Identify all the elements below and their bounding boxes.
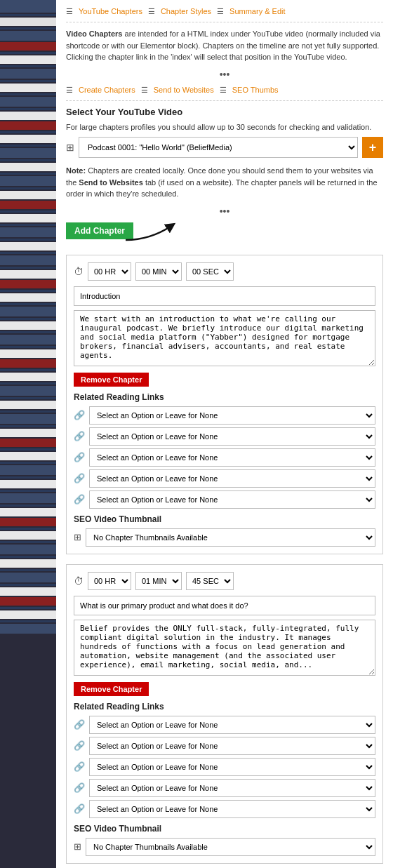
select-video-desc: For large chapters profiles you should a… (66, 121, 383, 133)
link-select-1-2[interactable]: Select an Option or Leave for None (89, 448, 375, 467)
link-icon-2-1: 🔗 (74, 740, 85, 751)
time_sec-select-2[interactable]: 45 SEC (186, 572, 234, 590)
select-video-title: Select Your YouTube Video (66, 107, 383, 117)
time-row-1: ⏱00 HR00 MIN00 SEC (74, 262, 375, 281)
related-link-row-2-2: 🔗Select an Option or Leave for None (74, 758, 375, 776)
link-select-2-4[interactable]: Select an Option or Leave for None (89, 800, 375, 818)
tab-sep4: ☰ (220, 86, 227, 95)
link-select-1-4[interactable]: Select an Option or Leave for None (89, 490, 375, 509)
create-chapters-link[interactable]: Create Chapters (79, 86, 135, 94)
related-link-row-1-1: 🔗Select an Option or Leave for None (74, 427, 375, 446)
link-icon-1-1: 🔗 (74, 431, 85, 441)
seo-title-1: SEO Video Thumbnail (74, 514, 375, 524)
note-label: Note: (66, 166, 86, 175)
podcast-icon: ⊞ (66, 142, 74, 153)
seo-title-2: SEO Video Thumbnail (74, 824, 375, 834)
related-link-row-1-2: 🔗Select an Option or Leave for None (74, 448, 375, 467)
related-links-title-1: Related Reading Links (74, 392, 375, 402)
related-link-row-1-0: 🔗Select an Option or Leave for None (74, 406, 375, 425)
seo-section-2: SEO Video Thumbnail⊞No Chapter Thumbnail… (74, 824, 375, 856)
time_hr-select-2[interactable]: 00 HR (88, 572, 131, 590)
related-links-title-2: Related Reading Links (74, 702, 375, 712)
link-icon-1-0: 🔗 (74, 410, 85, 420)
related-link-row-1-4: 🔗Select an Option or Leave for None (74, 490, 375, 509)
tab-sep1: ☰ (148, 7, 155, 16)
related-link-row-2-3: 🔗Select an Option or Leave for None (74, 779, 375, 797)
related-link-row-1-3: 🔗Select an Option or Leave for None (74, 469, 375, 488)
note-text: Note: Chapters are created locally. Once… (66, 165, 383, 200)
related-link-row-2-1: 🔗Select an Option or Leave for None (74, 737, 375, 755)
divider-dots-2: ••• (66, 206, 383, 217)
related-link-row-2-0: 🔗Select an Option or Leave for None (74, 716, 375, 734)
video-chapters-description: Video Chapters are intended for a HTML i… (66, 28, 383, 63)
link-select-1-1[interactable]: Select an Option or Leave for None (89, 427, 375, 446)
link-select-2-2[interactable]: Select an Option or Leave for None (89, 758, 375, 776)
video-chapters-bold: Video Chapters (66, 29, 123, 38)
menu-icon-2: ☰ (66, 86, 73, 95)
tabs-row: ☰ YouTube Chapters ☰ Chapter Styles ☰ Su… (66, 7, 383, 16)
link-icon-2-3: 🔗 (74, 782, 85, 793)
tab-summary-edit[interactable]: Summary & Edit (229, 7, 285, 16)
chapter-desc-textarea-2[interactable]: Belief provides the ONLY full-stack, ful… (74, 620, 375, 676)
podcast-dropdown-row: ⊞ Podcast 0001: "Hello World" (BeliefMed… (66, 137, 383, 158)
link-select-2-1[interactable]: Select an Option or Leave for None (89, 737, 375, 755)
chapter-title-input-1[interactable] (74, 286, 375, 306)
plus-icon: + (369, 141, 377, 154)
time_sec-select-1[interactable]: 00 SEC (186, 262, 234, 281)
seo-row-2: ⊞No Chapter Thumbnails Available (74, 838, 375, 856)
time_min-select-1[interactable]: 00 MIN (135, 262, 182, 281)
link-icon-2-0: 🔗 (74, 719, 85, 730)
seo-select-1[interactable]: No Chapter Thumbnails Available (86, 528, 375, 547)
clock-icon-1: ⏱ (74, 266, 84, 277)
seo-icon-2: ⊞ (74, 841, 81, 852)
add-chapter-area: Add Chapter (66, 222, 383, 248)
link-select-2-3[interactable]: Select an Option or Leave for None (89, 779, 375, 797)
link-icon-1-4: 🔗 (74, 494, 85, 505)
remove-chapter-button-1[interactable]: Remove Chapter (74, 373, 149, 387)
clock-icon-2: ⏱ (74, 575, 84, 587)
time-row-2: ⏱00 HR01 MIN45 SEC (74, 572, 375, 590)
tab-youtube-chapters[interactable]: YouTube Chapters (79, 7, 142, 16)
link-select-1-3[interactable]: Select an Option or Leave for None (89, 469, 375, 488)
seo-select-2[interactable]: No Chapter Thumbnails Available (86, 838, 375, 856)
send-websites-bold: Send to Websites (79, 178, 142, 187)
send-websites-link[interactable]: Send to Websites (154, 86, 214, 94)
link-select-1-0[interactable]: Select an Option or Leave for None (89, 406, 375, 425)
divider-dots-1: ••• (66, 69, 383, 80)
chapter-card-2: ⏱00 HR01 MIN45 SECBelief provides the ON… (66, 564, 383, 864)
link-select-2-0[interactable]: Select an Option or Leave for None (89, 716, 375, 734)
seo-icon-1: ⊞ (74, 532, 81, 542)
chapters-container: ⏱00 HR00 MIN00 SECWe start with an intro… (66, 255, 383, 869)
create-chapters-row: ☰ Create Chapters ☰ Send to Websites ☰ S… (66, 86, 383, 95)
link-icon-2-4: 🔗 (74, 803, 85, 814)
main-content: ☰ YouTube Chapters ☰ Chapter Styles ☰ Su… (56, 0, 393, 868)
chapter-title-input-2[interactable] (74, 596, 375, 615)
sidebar (0, 0, 56, 868)
podcast-select[interactable]: Podcast 0001: "Hello World" (BeliefMedia… (79, 137, 358, 158)
seo-row-1: ⊞No Chapter Thumbnails Available (74, 528, 375, 547)
link-icon-2-2: 🔗 (74, 761, 85, 772)
menu-icon: ☰ (66, 7, 73, 16)
remove-chapter-button-2[interactable]: Remove Chapter (74, 682, 149, 696)
tab-sep2: ☰ (217, 7, 224, 16)
time_min-select-2[interactable]: 01 MIN (135, 572, 182, 590)
related-link-row-2-4: 🔗Select an Option or Leave for None (74, 800, 375, 818)
arrow-pointer (122, 215, 178, 243)
seo-thumbs-link[interactable]: SEO Thumbs (232, 86, 279, 94)
tab-chapter-styles[interactable]: Chapter Styles (161, 7, 211, 16)
link-icon-1-2: 🔗 (74, 452, 85, 462)
seo-section-1: SEO Video Thumbnail⊞No Chapter Thumbnail… (74, 514, 375, 547)
chapter-card-1: ⏱00 HR00 MIN00 SECWe start with an intro… (66, 255, 383, 554)
time_hr-select-1[interactable]: 00 HR (88, 262, 131, 281)
tab-sep3: ☰ (141, 86, 148, 95)
chapter-desc-textarea-1[interactable]: We start with an introduction to what we… (74, 310, 375, 366)
link-icon-1-3: 🔗 (74, 473, 85, 483)
add-podcast-button[interactable]: + (362, 137, 383, 158)
